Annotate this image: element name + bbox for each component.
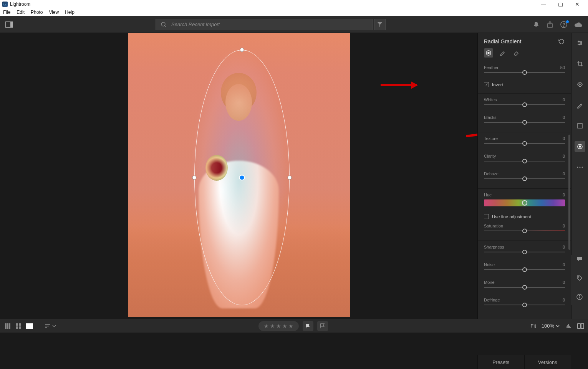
presets-tab[interactable]: Presets bbox=[478, 355, 525, 369]
sharpness-value: 0 bbox=[563, 245, 565, 249]
svg-point-18 bbox=[579, 146, 581, 147]
svg-point-20 bbox=[579, 167, 580, 168]
search-input[interactable]: Search Recent Import bbox=[156, 19, 373, 30]
panel-tabs: Presets Versions bbox=[477, 355, 571, 369]
fit-label[interactable]: Fit bbox=[530, 323, 536, 329]
search-placeholder: Search Recent Import bbox=[171, 21, 220, 27]
svg-rect-30 bbox=[7, 325, 8, 327]
filter-button[interactable] bbox=[374, 19, 386, 30]
hue-value: 0 bbox=[563, 193, 565, 197]
edit-sliders-tool[interactable] bbox=[575, 38, 585, 48]
edit-panel: Radial Gradient Feather 50 Invert bbox=[477, 33, 571, 319]
fine-adjustment-row[interactable]: Use fine adjustment bbox=[478, 214, 571, 224]
svg-point-21 bbox=[581, 167, 583, 168]
main-area: Radial Gradient Feather 50 Invert bbox=[0, 33, 588, 319]
star-icon: ★ bbox=[276, 323, 281, 329]
help-icon[interactable] bbox=[560, 21, 567, 28]
reset-icon[interactable] bbox=[558, 39, 565, 44]
histogram-toggle-icon[interactable] bbox=[565, 323, 572, 329]
feather-slider[interactable] bbox=[484, 72, 565, 73]
window-titlebar: Lr Lightroom — ▢ ✕ bbox=[0, 0, 588, 8]
svg-rect-49 bbox=[570, 327, 571, 328]
saturation-value: 0 bbox=[563, 224, 565, 228]
mask-new-button[interactable] bbox=[484, 48, 493, 58]
search-icon bbox=[161, 21, 167, 28]
invert-checkbox-row[interactable]: Invert bbox=[478, 81, 571, 92]
svg-rect-39 bbox=[26, 323, 33, 329]
window-maximize-button[interactable]: ▢ bbox=[552, 1, 569, 7]
bottom-bar: ★★★★★ Fit 100% Presets Versions bbox=[0, 319, 588, 333]
radial-handle-right[interactable] bbox=[288, 176, 292, 180]
window-minimize-button[interactable]: — bbox=[535, 1, 552, 7]
radial-center-pin[interactable] bbox=[239, 175, 245, 181]
crop-tool[interactable] bbox=[575, 58, 585, 69]
invert-checkbox[interactable] bbox=[484, 82, 489, 87]
flag-reject-button[interactable] bbox=[317, 321, 328, 331]
blacks-label: Blacks bbox=[484, 115, 496, 120]
mask-brush-button[interactable] bbox=[498, 48, 507, 58]
more-tools[interactable] bbox=[575, 162, 585, 173]
menu-help[interactable]: Help bbox=[62, 10, 78, 15]
fine-adjustment-label: Use fine adjustment bbox=[492, 214, 531, 219]
tag-icon[interactable] bbox=[574, 274, 585, 283]
compare-view-icon[interactable] bbox=[577, 323, 584, 329]
grid-view-small-button[interactable] bbox=[5, 323, 11, 329]
whites-value: 0 bbox=[563, 97, 565, 102]
whites-slider[interactable] bbox=[484, 104, 565, 105]
panel-scrollbar[interactable] bbox=[568, 135, 570, 250]
image-canvas[interactable] bbox=[0, 33, 477, 319]
svg-rect-50 bbox=[578, 324, 580, 328]
invert-label: Invert bbox=[492, 82, 503, 87]
flag-pick-button[interactable] bbox=[303, 321, 313, 331]
svg-rect-28 bbox=[9, 323, 10, 325]
fine-adjustment-checkbox[interactable] bbox=[484, 214, 489, 219]
comments-icon[interactable] bbox=[574, 255, 585, 264]
texture-slider[interactable] bbox=[484, 143, 565, 144]
svg-rect-51 bbox=[581, 324, 584, 328]
grid-view-large-button[interactable] bbox=[15, 323, 22, 329]
versions-tab[interactable]: Versions bbox=[525, 355, 571, 369]
window-close-button[interactable]: ✕ bbox=[569, 1, 586, 7]
healing-tool[interactable] bbox=[575, 79, 585, 90]
noise-slider[interactable] bbox=[484, 269, 565, 270]
info-icon[interactable] bbox=[574, 292, 585, 301]
radial-handle-top[interactable] bbox=[240, 48, 244, 52]
menu-edit[interactable]: Edit bbox=[13, 10, 28, 15]
radial-handle-left[interactable] bbox=[192, 176, 196, 180]
menu-photo[interactable]: Photo bbox=[28, 10, 46, 15]
single-view-button[interactable] bbox=[26, 323, 33, 329]
brush-tool[interactable] bbox=[575, 100, 585, 110]
zoom-select[interactable]: 100% bbox=[542, 323, 560, 329]
clarity-slider[interactable] bbox=[484, 161, 565, 161]
rating-control[interactable]: ★★★★★ bbox=[258, 321, 299, 331]
svg-rect-45 bbox=[566, 326, 566, 328]
defringe-slider[interactable] bbox=[484, 305, 565, 305]
cloud-sync-icon[interactable] bbox=[574, 21, 583, 28]
dehaze-slider[interactable] bbox=[484, 178, 565, 179]
hue-slider[interactable] bbox=[484, 199, 565, 206]
clarity-label: Clarity bbox=[484, 154, 496, 158]
svg-rect-48 bbox=[569, 326, 570, 328]
svg-point-11 bbox=[580, 43, 581, 44]
blacks-slider[interactable] bbox=[484, 122, 565, 123]
sort-button[interactable] bbox=[45, 324, 56, 328]
texture-label: Texture bbox=[484, 136, 498, 141]
notifications-icon[interactable] bbox=[533, 21, 540, 28]
share-icon[interactable] bbox=[547, 21, 553, 28]
svg-rect-46 bbox=[567, 325, 568, 328]
top-toolbar: Search Recent Import bbox=[0, 16, 588, 33]
moiré-slider[interactable] bbox=[484, 287, 565, 288]
sharpness-slider[interactable] bbox=[484, 252, 565, 252]
menu-view[interactable]: View bbox=[46, 10, 62, 15]
mask-erase-button[interactable] bbox=[512, 48, 521, 58]
panel-title: Radial Gradient bbox=[484, 38, 521, 44]
svg-rect-33 bbox=[7, 327, 8, 329]
radial-gradient-tool[interactable] bbox=[575, 141, 585, 152]
saturation-slider[interactable] bbox=[484, 231, 565, 231]
svg-point-19 bbox=[577, 167, 578, 168]
menu-file[interactable]: File bbox=[0, 10, 13, 15]
info-rail bbox=[571, 255, 588, 305]
linear-gradient-tool[interactable] bbox=[575, 120, 585, 131]
sharpness-label: Sharpness bbox=[484, 245, 504, 249]
panel-toggle-button[interactable] bbox=[5, 21, 13, 28]
